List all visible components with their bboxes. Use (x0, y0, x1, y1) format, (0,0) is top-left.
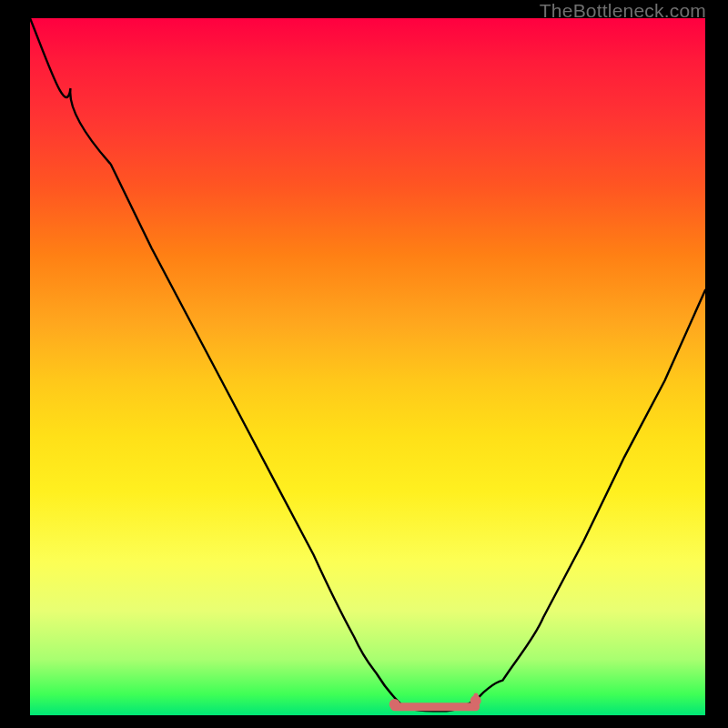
bottleneck-curve-svg (30, 18, 705, 715)
sweet-spot-marker (389, 695, 481, 710)
watermark-text: TheBottleneck.com (540, 0, 706, 22)
plot-area (30, 18, 705, 715)
svg-point-1 (389, 699, 400, 710)
bottleneck-curve (30, 18, 705, 711)
chart-frame: TheBottleneck.com (0, 0, 728, 728)
